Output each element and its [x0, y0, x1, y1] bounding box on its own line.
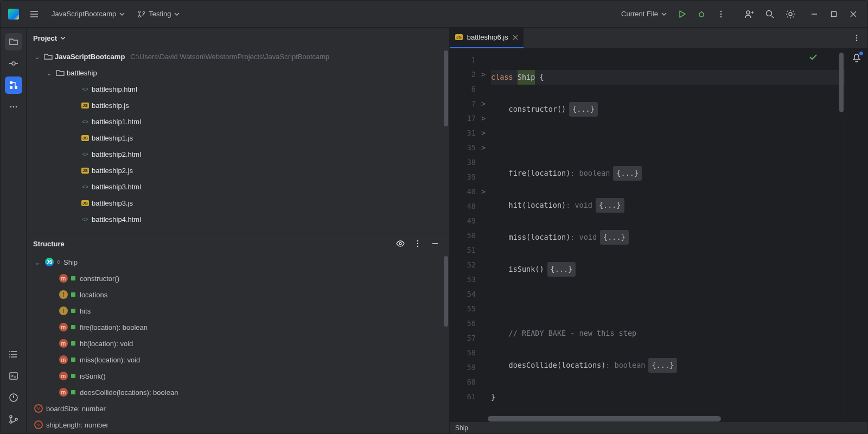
hamburger-menu-button[interactable] [24, 4, 44, 24]
structure-member-row[interactable]: mhit(location): void [27, 335, 449, 352]
line-number[interactable]: 52 [450, 258, 479, 272]
project-root-row[interactable]: ⌄ JavaScriptBootcamp C:\Users\David Wats… [27, 48, 449, 65]
structure-member-row[interactable]: flocations [27, 286, 449, 303]
code-content[interactable]: class Ship { constructor(){...} fire(loc… [488, 48, 845, 422]
project-tool-button[interactable] [5, 33, 22, 50]
public-icon [71, 374, 75, 378]
fold-marker[interactable]: > [479, 97, 488, 111]
close-window-button[interactable] [844, 4, 863, 24]
line-number[interactable]: 48 [450, 199, 479, 214]
line-number[interactable]: 54 [450, 287, 479, 302]
editor-more-button[interactable] [849, 30, 864, 46]
fold-column[interactable]: >>>>>> [479, 48, 488, 422]
breadcrumb-item[interactable]: Ship [455, 424, 468, 432]
maximize-button[interactable] [824, 4, 844, 24]
structure-global-row[interactable]: vboardSize: number [27, 400, 449, 417]
structure-view-button[interactable] [393, 236, 408, 251]
fold-marker[interactable]: > [479, 141, 488, 155]
project-dropdown[interactable]: JavaScriptBootcamp [46, 7, 130, 21]
structure-member-row[interactable]: mmiss(location): void [27, 352, 449, 368]
code-editor[interactable]: 1267173135383940484950515253545556575859… [450, 48, 845, 422]
html-file-icon: <> [81, 150, 90, 158]
folder-row[interactable]: ⌄ battleship [27, 65, 449, 81]
structure-member-row[interactable]: misSunk() [27, 368, 449, 384]
html-file-icon: <> [81, 182, 90, 191]
line-number[interactable]: 57 [450, 331, 479, 346]
structure-member-row[interactable]: mfire(location): boolean [27, 319, 449, 335]
project-scrollbar[interactable] [444, 50, 448, 126]
line-number[interactable]: 61 [450, 390, 479, 404]
structure-more-button[interactable] [410, 236, 425, 251]
line-number[interactable]: 50 [450, 228, 479, 243]
vcs-tool-button[interactable] [5, 411, 22, 428]
line-number[interactable]: 39 [450, 170, 479, 184]
file-row[interactable]: <>battleship.html [27, 81, 449, 97]
problems-tool-button[interactable] [5, 389, 22, 406]
line-number[interactable]: 55 [450, 302, 479, 316]
structure-global-row[interactable]: vshipLength: number [27, 417, 449, 433]
file-row[interactable]: JSbattleship1.js [27, 130, 449, 146]
structure-tool-button[interactable] [5, 76, 22, 94]
fold-marker[interactable]: > [479, 126, 488, 141]
terminal-tool-button[interactable] [5, 367, 22, 385]
line-number[interactable]: 58 [450, 346, 479, 360]
line-number[interactable]: 7 [450, 97, 479, 111]
file-row[interactable]: <>battleship1.html [27, 113, 449, 130]
line-number[interactable]: 6 [450, 82, 479, 97]
fold-marker[interactable]: > [479, 67, 488, 82]
line-number[interactable]: 2 [450, 67, 479, 82]
commit-tool-button[interactable] [5, 55, 22, 72]
line-number[interactable]: 60 [450, 375, 479, 390]
file-name: battleship2.html [92, 150, 141, 158]
minimize-button[interactable] [805, 4, 824, 24]
line-number[interactable]: 17 [450, 111, 479, 126]
line-number[interactable]: 56 [450, 316, 479, 331]
file-row[interactable]: <>battleship3.html [27, 178, 449, 195]
more-tools-button[interactable] [5, 98, 22, 116]
structure-member-row[interactable]: mdoesCollide(locations): boolean [27, 384, 449, 400]
structure-member-row[interactable]: mconstructor() [27, 270, 449, 286]
run-button[interactable] [672, 4, 692, 24]
fold-marker[interactable]: > [479, 184, 488, 199]
run-config-dropdown[interactable]: Current File [616, 7, 672, 21]
notifications-button[interactable] [849, 50, 864, 66]
breadcrumb-bar[interactable]: Ship [450, 422, 867, 433]
editor-hscroll-track[interactable] [479, 416, 845, 422]
line-number[interactable]: 53 [450, 272, 479, 287]
editor-vscrollbar[interactable] [839, 53, 844, 112]
close-tab-button[interactable] [513, 35, 518, 40]
line-number[interactable]: 31 [450, 126, 479, 141]
line-number[interactable]: 49 [450, 214, 479, 228]
project-panel-title[interactable]: Project [33, 34, 57, 42]
editor-tab[interactable]: JS battleship6.js [450, 28, 524, 48]
structure-class-row[interactable]: ⌄ JS Ship [27, 254, 449, 270]
search-button[interactable] [760, 4, 780, 24]
line-number[interactable]: 40 [450, 184, 479, 199]
project-tree[interactable]: ⌄ JavaScriptBootcamp C:\Users\David Wats… [27, 48, 449, 233]
line-number[interactable]: 35 [450, 141, 479, 155]
more-run-button[interactable] [711, 4, 731, 24]
inspection-ok-icon[interactable] [809, 53, 818, 61]
settings-button[interactable] [781, 4, 800, 24]
line-number[interactable]: 1 [450, 53, 479, 67]
todo-tool-button[interactable] [5, 346, 22, 363]
structure-member-row[interactable]: fhits [27, 303, 449, 319]
debug-button[interactable] [692, 4, 711, 24]
line-number[interactable]: 51 [450, 243, 479, 258]
file-row[interactable]: JSbattleship3.js [27, 195, 449, 211]
file-row[interactable]: JSbattleship.js [27, 97, 449, 113]
line-number[interactable]: 59 [450, 360, 479, 375]
structure-scrollbar[interactable] [444, 256, 448, 327]
file-row[interactable]: <>battleship2.html [27, 146, 449, 162]
code-with-me-button[interactable] [739, 4, 759, 24]
fold-marker[interactable]: > [479, 111, 488, 126]
structure-hide-button[interactable] [427, 236, 443, 251]
line-number[interactable]: 38 [450, 155, 479, 170]
close-icon [513, 35, 518, 40]
file-row[interactable]: JSbattleship2.js [27, 162, 449, 178]
editor-hscrollbar[interactable] [488, 416, 721, 422]
branch-dropdown[interactable]: Testing [132, 7, 185, 21]
file-row[interactable]: <>battleship4.html [27, 211, 449, 227]
editor-gutter[interactable]: 1267173135383940484950515253545556575859… [450, 48, 479, 422]
structure-tree[interactable]: ⌄ JS Ship mconstructor()flocationsfhitsm… [27, 254, 449, 433]
